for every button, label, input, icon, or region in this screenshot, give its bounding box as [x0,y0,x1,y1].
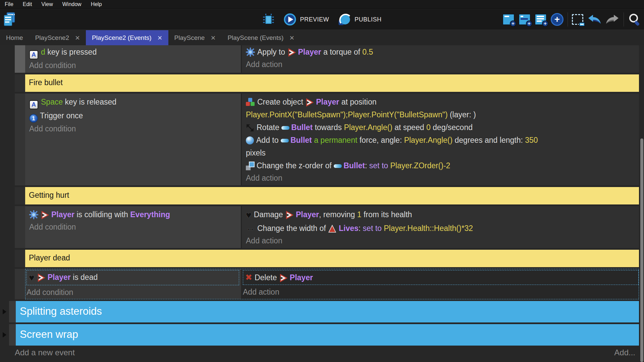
trigger-once-icon: 1 [29,114,38,123]
condition[interactable]: ♥Player is dead [26,270,239,285]
actions-cell[interactable]: ♥Damage Player, removing 1 from its heal… [241,206,639,248]
player-object-icon [279,274,287,282]
preview-button[interactable]: PREVIEW [283,13,329,26]
redo-icon[interactable] [605,14,620,25]
row-gutter[interactable] [15,269,25,299]
row-gutter[interactable] [9,324,16,346]
instruction-line: Create object Player at position [246,96,636,108]
conditions-cell[interactable]: ASpace key is released1Trigger onceAdd c… [25,94,241,185]
actions-cell[interactable]: Create object Player at positionPlayer.P… [241,94,639,185]
instruction-line: Ad key is pressed [29,46,237,59]
instruction-line: ↔Change the width of Lives: set to Playe… [246,222,636,235]
add-condition-button[interactable]: Add condition [26,286,239,298]
collapse-arrow-icon[interactable] [3,309,6,314]
menu-item-edit[interactable]: Edit [18,0,37,9]
action[interactable]: Rotate Bullet towards Player.Angle() at … [246,121,636,134]
toolbar-separator-2 [624,12,624,26]
conditions-cell[interactable]: Player is colliding with EverythingAdd c… [25,206,241,248]
close-tab-icon[interactable]: × [158,35,162,41]
menu-item-view[interactable]: View [37,0,57,9]
lives-object-icon [328,225,336,233]
actions-cell[interactable]: ✖Delete PlayerAdd action [241,269,639,299]
row-gutter[interactable] [15,206,25,248]
close-tab-icon[interactable]: × [289,35,294,41]
actions-cell[interactable]: Apply to Player a torque of 0.5Add actio… [241,45,639,73]
tab-label: PlayScene2 (Events) [92,34,151,42]
row-gutter[interactable] [15,94,25,185]
gdevelop-logo-icon [3,12,16,27]
event-group-header[interactable]: Screen wrap [16,324,639,346]
add-action-button[interactable]: Add action [246,58,636,70]
row-gutter[interactable] [15,250,25,267]
add-action-button[interactable]: Add action [246,235,636,247]
force-icon [246,136,254,144]
publish-globe-icon [338,13,351,26]
condition[interactable]: Player is colliding with Everything [29,208,237,221]
health-heart-icon: ♥ [246,210,252,220]
toolbar: PREVIEW PUBLISH ++++ [0,9,644,29]
conditions-cell[interactable]: Ad key is pressedAdd condition [25,45,241,73]
comment-getting-hurt[interactable]: Getting hurt [25,187,639,204]
action[interactable]: ↔Change the width of Lives: set to Playe… [246,222,636,235]
menu-item-file[interactable]: File [0,0,18,9]
tab-playscene2-events[interactable]: PlayScene2 (Events)× [86,30,168,45]
comment-player-dead[interactable]: Player dead [25,250,639,267]
action[interactable]: ♥Damage Player, removing 1 from its heal… [246,208,636,222]
action[interactable]: Apply to Player a torque of 0.5 [246,46,636,58]
tab-home[interactable]: Home [0,30,29,45]
row-gutter[interactable] [9,301,16,322]
add-circle-icon[interactable]: + [551,13,564,26]
toolbar-separator-1 [568,12,568,26]
z-order-icon [246,162,255,170]
add-comment-icon[interactable]: + [535,14,547,25]
row-gutter[interactable] [15,45,25,73]
condition[interactable]: 1Trigger once [29,109,237,123]
tab-playscene[interactable]: PlayScene× [168,30,222,45]
tab-playscene-events[interactable]: PlayScene (Events)× [221,30,300,45]
add-condition-button[interactable]: Add condition [29,221,237,233]
add-new-event-button[interactable]: Add a new event [15,348,75,357]
tab-playscene2[interactable]: PlayScene2× [29,30,86,45]
action[interactable]: Create object Player at positionPlayer.P… [246,96,636,121]
publish-label: PUBLISH [355,16,382,23]
row-gutter[interactable] [15,187,25,204]
add-more-button[interactable]: Add... [614,348,635,357]
events-sheet: Ad key is pressedAdd conditionApply to P… [0,45,644,362]
player-object-icon [41,211,49,219]
instruction-line: Player.PointX("BulletSpawn");Player.Poin… [246,108,636,121]
add-condition-button[interactable]: Add condition [29,123,237,135]
keyboard-key-icon: A [29,100,38,109]
physics-gear-icon [29,210,38,219]
close-tab-icon[interactable]: × [211,35,215,41]
toggle-disabled-icon[interactable] [572,14,583,25]
event-row: Player is colliding with EverythingAdd c… [15,206,639,248]
add-event-icon[interactable]: + [502,14,515,25]
tab-label: PlayScene2 [35,34,69,42]
add-action-button[interactable]: Add action [246,172,636,184]
conditions-cell[interactable]: ♥Player is deadAdd condition [25,269,241,299]
add-subevent-icon[interactable]: + [519,14,531,25]
search-icon[interactable] [628,13,641,26]
instruction-line: pixels [246,146,636,159]
action[interactable]: Add to Bullet a permanent force, angle: … [246,134,636,159]
collapse-arrow-icon[interactable] [3,332,6,338]
add-condition-button[interactable]: Add condition [29,59,237,71]
add-action-button[interactable]: Add action [243,286,639,298]
vertical-scrollbar[interactable] [640,138,643,362]
row-gutter[interactable] [15,74,25,92]
event-group-header[interactable]: Splitting asteroids [16,301,639,322]
action[interactable]: Change the z-order of Bullet: set to Pla… [246,159,636,172]
instruction-line: Player is colliding with Everything [29,208,237,221]
condition[interactable]: Ad key is pressed [29,46,237,59]
undo-icon[interactable] [587,14,601,25]
comment-fire-bullet[interactable]: Fire bullet [25,74,639,92]
create-object-icon [246,98,255,107]
menu-item-window[interactable]: Window [58,0,86,9]
condition[interactable]: ASpace key is released [29,96,237,109]
debug-icon[interactable] [262,13,274,26]
menu-item-help[interactable]: Help [86,0,107,9]
publish-button[interactable]: PUBLISH [338,13,382,26]
close-tab-icon[interactable]: × [75,35,80,41]
gdevelop-window: FileEditViewWindowHelp [0,0,644,362]
action[interactable]: ✖Delete Player [243,270,639,285]
